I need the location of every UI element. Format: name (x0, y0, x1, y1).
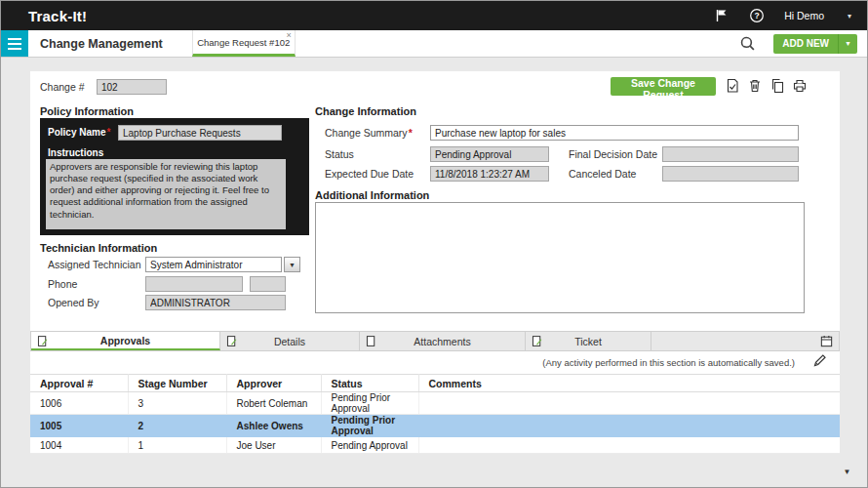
col-approver[interactable]: Approver (226, 375, 321, 392)
change-number-label: Change # (40, 81, 85, 93)
tab-attachments-label: Attachments (414, 336, 470, 347)
status-field[interactable] (430, 146, 549, 162)
edit-icon[interactable] (812, 352, 828, 368)
tab-attachments[interactable]: Attachments (360, 332, 526, 350)
copy-icon[interactable] (769, 78, 785, 94)
flag-icon[interactable] (714, 8, 730, 23)
cell-status: Pending Approval (321, 437, 418, 454)
content-area: Change # Save Change Request Policy Info… (1, 58, 867, 487)
col-comments[interactable]: Comments (418, 375, 840, 392)
save-change-request-button[interactable]: Save Change Request (611, 77, 716, 96)
search-icon[interactable] (739, 35, 756, 52)
additional-info-textarea[interactable] (315, 202, 805, 313)
tab-change-request-102[interactable]: Change Request #102 × (192, 30, 296, 57)
delete-icon[interactable] (747, 78, 763, 94)
cell-stage: 1 (128, 437, 226, 454)
final-decision-date-label: Final Decision Date (569, 148, 657, 160)
page-title: Change Management (40, 37, 163, 51)
nav-bar: Change Management Change Request #102 × … (1, 30, 867, 58)
app-logo: Track-It! (28, 8, 87, 24)
assigned-technician-label: Assigned Technician (48, 259, 141, 270)
technician-section-title: Technician Information (40, 242, 157, 254)
col-stage-number[interactable]: Stage Number (128, 375, 226, 392)
phone-field[interactable] (145, 276, 243, 292)
cell-status: Pending Prior Approval (321, 392, 418, 415)
change-info-section-title: Change Information (315, 105, 416, 117)
print-icon[interactable] (792, 78, 808, 94)
cell-approver: Joe User (226, 437, 321, 454)
tab-approvals-label: Approvals (100, 335, 150, 346)
cell-approver: Robert Coleman (226, 392, 321, 415)
app-window: Track-It! ? Hi Demo ▾ Change Management … (0, 0, 868, 488)
calendar-icon[interactable] (819, 334, 835, 349)
cell-comments (418, 392, 840, 415)
table-row-selected[interactable]: 1005 2 Ashlee Owens Pending Prior Approv… (30, 415, 840, 437)
tab-ticket-label: Ticket (574, 336, 602, 347)
cell-comments (418, 415, 840, 437)
change-summary-field[interactable] (430, 125, 799, 141)
menu-button[interactable] (1, 30, 28, 57)
help-icon[interactable]: ? (749, 8, 765, 23)
col-approval-number[interactable]: Approval # (30, 375, 128, 392)
policy-section-title: Policy Information (40, 105, 134, 117)
details-tab-icon (225, 335, 238, 347)
required-marker: * (106, 127, 110, 138)
instructions-text: Approvers are responsible for reviewing … (46, 159, 286, 229)
top-bar: Track-It! ? Hi Demo ▾ (1, 1, 867, 30)
table-row[interactable]: 1004 1 Joe User Pending Approval (30, 437, 840, 454)
ticket-tab-icon (531, 335, 543, 347)
policy-panel: Policy Name* Instructions Approvers are … (40, 118, 309, 235)
policy-name-label: Policy Name* (48, 127, 110, 138)
table-header-row: Approval # Stage Number Approver Status … (30, 375, 840, 392)
add-new-chevron-icon[interactable]: ▼ (839, 40, 857, 47)
user-greeting[interactable]: Hi Demo (784, 10, 824, 21)
tabstrip-filler (651, 332, 839, 350)
detail-tabstrip: Approvals Details Attachments (30, 331, 840, 351)
tab-ticket[interactable]: Ticket (526, 332, 651, 350)
cell-comments (418, 437, 840, 454)
tab-label: Change Request #102 (197, 37, 290, 48)
assigned-technician-field[interactable] (145, 257, 282, 272)
cell-approval: 1005 (30, 415, 128, 437)
cell-status: Pending Prior Approval (321, 415, 418, 437)
policy-name-field[interactable] (118, 125, 282, 141)
change-request-panel: Change # Save Change Request Policy Info… (30, 71, 840, 454)
opened-by-field[interactable] (145, 295, 286, 310)
opened-by-label: Opened By (48, 297, 99, 308)
cell-stage: 2 (128, 415, 226, 437)
canceled-date-field[interactable] (662, 166, 799, 182)
collapse-chevron-icon[interactable]: ▼ (839, 464, 855, 479)
autosave-note: (Any activity performed in this section … (542, 357, 795, 368)
cell-approver: Ashlee Owens (226, 415, 321, 437)
phone-label: Phone (48, 278, 77, 290)
tab-details-label: Details (274, 336, 305, 347)
required-marker: * (409, 127, 413, 139)
add-new-label: ADD NEW (773, 38, 838, 49)
svg-text:?: ? (755, 11, 760, 20)
phone-ext-field[interactable] (250, 276, 286, 292)
col-status[interactable]: Status (321, 375, 418, 392)
cell-approval: 1006 (30, 392, 128, 415)
assigned-technician-dropdown-icon[interactable]: ▼ (284, 257, 300, 272)
final-decision-date-field[interactable] (662, 146, 799, 162)
user-menu-chevron-icon[interactable]: ▾ (844, 12, 855, 20)
tab-approvals[interactable]: Approvals (31, 332, 220, 350)
cell-stage: 3 (128, 392, 226, 415)
tab-details[interactable]: Details (220, 332, 360, 350)
approvals-table: Approval # Stage Number Approver Status … (30, 374, 840, 454)
attachments-tab-icon (365, 335, 377, 347)
expected-due-date-field[interactable] (430, 166, 549, 182)
expected-due-date-label: Expected Due Date (325, 168, 414, 180)
canceled-date-label: Canceled Date (569, 168, 636, 180)
approvals-tab-icon (36, 335, 49, 347)
table-row[interactable]: 1006 3 Robert Coleman Pending Prior Appr… (30, 392, 840, 415)
change-number-field[interactable] (97, 79, 167, 95)
additional-info-label: Additional Information (315, 189, 429, 201)
status-label: Status (325, 148, 354, 160)
close-icon[interactable]: × (286, 30, 291, 40)
note-check-icon[interactable] (725, 78, 740, 94)
cell-approval: 1004 (30, 437, 128, 454)
add-new-button[interactable]: ADD NEW ▼ (773, 34, 857, 54)
instructions-label: Instructions (48, 147, 103, 158)
change-summary-label: Change Summary* (325, 127, 413, 139)
